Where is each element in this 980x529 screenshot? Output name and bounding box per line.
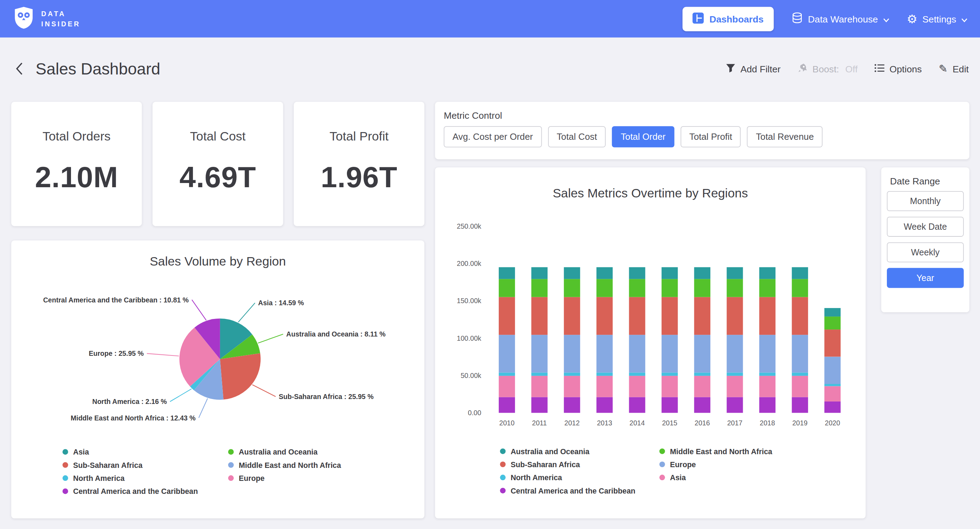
date-range-option-week-date[interactable]: Week Date (887, 217, 964, 237)
metric-option-avg-cost-per-order[interactable]: Avg. Cost per Order (444, 126, 542, 147)
bar-segment-europe-2020[interactable] (824, 357, 840, 384)
bar-segment-australia-and-oceania-2016[interactable] (694, 267, 710, 279)
bar-segment-asia-2017[interactable] (727, 376, 743, 397)
legend-item-australia-and-oceania[interactable]: Australia and Oceania (228, 445, 394, 458)
legend-item-north-america[interactable]: North America (62, 472, 228, 485)
options-button[interactable]: Options (875, 63, 922, 74)
bar-segment-middle-east-and-north-africa-2012[interactable] (564, 279, 580, 297)
bar-segment-sub-saharan-africa-2018[interactable] (759, 297, 775, 335)
add-filter-button[interactable]: Add Filter (725, 63, 781, 75)
bar-segment-asia-2013[interactable] (597, 376, 612, 397)
bar-segment-north-america-2020[interactable] (824, 384, 840, 386)
bar-segment-asia-2020[interactable] (824, 386, 840, 402)
bar-segment-middle-east-and-north-africa-2013[interactable] (597, 279, 612, 297)
metric-option-total-order[interactable]: Total Order (612, 126, 674, 147)
bar-segment-north-america-2014[interactable] (629, 373, 645, 376)
bar-segment-sub-saharan-africa-2010[interactable] (499, 297, 515, 335)
legend-item-europe[interactable]: Europe (228, 472, 394, 485)
bar-segment-australia-and-oceania-2013[interactable] (597, 267, 612, 279)
bar-segment-sub-saharan-africa-2017[interactable] (727, 297, 743, 335)
bar-segment-asia-2015[interactable] (662, 376, 678, 397)
bar-segment-middle-east-and-north-africa-2011[interactable] (531, 279, 548, 297)
bar-segment-asia-2016[interactable] (694, 376, 710, 397)
nav-settings-button[interactable]: ⚙ Settings (907, 13, 968, 25)
bar-segment-sub-saharan-africa-2015[interactable] (662, 297, 678, 335)
brand[interactable]: DATA INSIDER (13, 6, 81, 32)
bar-segment-australia-and-oceania-2019[interactable] (792, 267, 808, 279)
bar-segment-middle-east-and-north-africa-2017[interactable] (727, 279, 743, 297)
bar-segment-asia-2010[interactable] (499, 376, 515, 397)
bar-segment-central-america-and-the-caribbean-2015[interactable] (662, 397, 678, 413)
legend-item-middle-east-and-north-africa[interactable]: Middle East and North Africa (228, 458, 394, 472)
bar-segment-australia-and-oceania-2011[interactable] (531, 267, 548, 279)
legend-item-sub-saharan-africa[interactable]: Sub-Saharan Africa (62, 458, 228, 472)
bar-segment-europe-2015[interactable] (662, 335, 678, 373)
bar-segment-europe-2016[interactable] (694, 335, 710, 373)
bar-segment-north-america-2019[interactable] (792, 373, 808, 376)
bar-segment-north-america-2013[interactable] (597, 373, 612, 376)
bar-segment-north-america-2010[interactable] (499, 373, 515, 376)
bar-segment-sub-saharan-africa-2014[interactable] (629, 297, 645, 335)
bar-segment-central-america-and-the-caribbean-2013[interactable] (597, 397, 612, 413)
bar-segment-central-america-and-the-caribbean-2012[interactable] (564, 397, 580, 413)
bar-segment-australia-and-oceania-2018[interactable] (759, 267, 775, 279)
nav-data-warehouse-button[interactable]: Data Warehouse (791, 12, 889, 25)
bar-segment-sub-saharan-africa-2016[interactable] (694, 297, 710, 335)
date-range-option-year[interactable]: Year (887, 268, 964, 288)
bar-segment-sub-saharan-africa-2011[interactable] (531, 297, 548, 335)
legend-item-australia-and-oceania[interactable]: Australia and Oceania (500, 445, 659, 458)
legend-item-asia[interactable]: Asia (659, 471, 819, 484)
bar-segment-central-america-and-the-caribbean-2018[interactable] (759, 397, 775, 413)
bar-segment-australia-and-oceania-2020[interactable] (824, 308, 840, 316)
bar-segment-asia-2014[interactable] (629, 376, 645, 397)
bar-segment-australia-and-oceania-2015[interactable] (662, 267, 678, 279)
bar-segment-middle-east-and-north-africa-2019[interactable] (792, 279, 808, 297)
bar-segment-europe-2018[interactable] (759, 335, 775, 373)
bar-segment-asia-2012[interactable] (564, 376, 580, 397)
metric-option-total-revenue[interactable]: Total Revenue (747, 126, 823, 147)
legend-item-europe[interactable]: Europe (659, 458, 819, 471)
bar-segment-europe-2013[interactable] (597, 335, 612, 373)
date-range-option-weekly[interactable]: Weekly (887, 242, 964, 262)
legend-item-central-america-and-the-caribbean[interactable]: Central America and the Caribbean (62, 485, 228, 498)
back-button[interactable] (13, 59, 25, 78)
bar-segment-asia-2011[interactable] (531, 376, 548, 397)
bar-segment-europe-2011[interactable] (531, 335, 548, 373)
bar-segment-central-america-and-the-caribbean-2014[interactable] (629, 397, 645, 413)
bar-segment-australia-and-oceania-2012[interactable] (564, 267, 580, 279)
bar-segment-middle-east-and-north-africa-2016[interactable] (694, 279, 710, 297)
bar-segment-central-america-and-the-caribbean-2016[interactable] (694, 397, 710, 413)
legend-item-north-america[interactable]: North America (500, 471, 659, 484)
nav-dashboards-button[interactable]: Dashboards (682, 7, 774, 31)
bar-segment-europe-2014[interactable] (629, 335, 645, 373)
date-range-option-monthly[interactable]: Monthly (887, 191, 964, 211)
bar-segment-central-america-and-the-caribbean-2020[interactable] (824, 402, 840, 413)
metric-option-total-cost[interactable]: Total Cost (548, 126, 606, 147)
legend-item-asia[interactable]: Asia (62, 445, 228, 458)
bar-segment-north-america-2018[interactable] (759, 373, 775, 376)
bar-segment-asia-2018[interactable] (759, 376, 775, 397)
bar-segment-australia-and-oceania-2017[interactable] (727, 267, 743, 279)
metric-option-total-profit[interactable]: Total Profit (681, 126, 741, 147)
bar-segment-north-america-2015[interactable] (662, 373, 678, 376)
bar-segment-europe-2010[interactable] (499, 335, 515, 373)
bar-segment-central-america-and-the-caribbean-2019[interactable] (792, 397, 808, 413)
bar-segment-sub-saharan-africa-2013[interactable] (597, 297, 612, 335)
legend-item-central-america-and-the-caribbean[interactable]: Central America and the Caribbean (500, 484, 659, 497)
bar-segment-sub-saharan-africa-2012[interactable] (564, 297, 580, 335)
bar-segment-north-america-2012[interactable] (564, 373, 580, 376)
bar-segment-europe-2019[interactable] (792, 335, 808, 373)
bar-segment-asia-2019[interactable] (792, 376, 808, 397)
pie-slice-sub-saharan-africa[interactable] (220, 353, 261, 400)
bar-segment-europe-2012[interactable] (564, 335, 580, 373)
bar-segment-north-america-2016[interactable] (694, 373, 710, 376)
bar-segment-central-america-and-the-caribbean-2017[interactable] (727, 397, 743, 413)
bar-segment-europe-2017[interactable] (727, 335, 743, 373)
bar-segment-sub-saharan-africa-2019[interactable] (792, 297, 808, 335)
bar-segment-central-america-and-the-caribbean-2010[interactable] (499, 397, 515, 413)
bar-segment-middle-east-and-north-africa-2020[interactable] (824, 316, 840, 329)
bar-segment-australia-and-oceania-2014[interactable] (629, 267, 645, 279)
edit-button[interactable]: ✎ Edit (939, 63, 969, 74)
bar-segment-middle-east-and-north-africa-2015[interactable] (662, 279, 678, 297)
boost-toggle[interactable]: Boost: Off (797, 63, 858, 75)
